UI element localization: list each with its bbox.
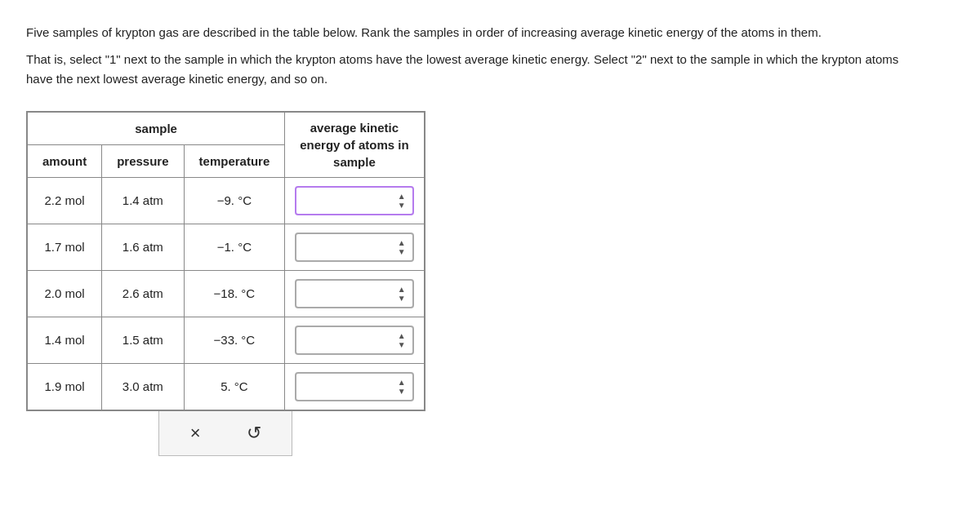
cell-temperature: 5. °C <box>184 363 285 410</box>
intro-paragraph-1: Five samples of krypton gas are describe… <box>26 23 924 42</box>
cell-amount: 1.7 mol <box>27 224 102 270</box>
intro-section: Five samples of krypton gas are describe… <box>26 23 924 88</box>
cell-ke[interactable]: ▲▼ <box>285 177 425 224</box>
cell-ke[interactable]: ▲▼ <box>285 224 425 270</box>
reset-button[interactable]: ↺ <box>240 419 268 447</box>
arrow-down-icon[interactable]: ▼ <box>398 387 406 396</box>
arrow-up-icon[interactable]: ▲ <box>398 331 406 340</box>
spinner-box[interactable]: ▲▼ <box>295 186 413 215</box>
spinner-box[interactable]: ▲▼ <box>295 326 413 355</box>
arrow-down-icon[interactable]: ▼ <box>398 201 406 210</box>
cell-pressure: 1.6 atm <box>102 224 184 270</box>
cell-pressure: 1.5 atm <box>102 317 184 363</box>
ke-header: average kineticenergy of atoms insample <box>285 112 425 178</box>
spinner-arrows[interactable]: ▲▼ <box>398 378 406 396</box>
table-row: 1.7 mol1.6 atm−1. °C▲▼ <box>27 224 425 270</box>
cell-ke[interactable]: ▲▼ <box>285 317 425 363</box>
arrow-up-icon[interactable]: ▲ <box>398 378 406 387</box>
cell-pressure: 3.0 atm <box>102 363 184 410</box>
header-top-row: sample average kineticenergy of atoms in… <box>27 112 425 145</box>
arrow-up-icon[interactable]: ▲ <box>398 285 406 294</box>
table-row: 1.9 mol3.0 atm5. °C▲▼ <box>27 363 425 410</box>
cell-amount: 2.2 mol <box>27 177 102 224</box>
cell-pressure: 1.4 atm <box>102 177 184 224</box>
cell-temperature: −33. °C <box>184 317 285 363</box>
ke-input[interactable] <box>303 241 352 254</box>
cell-temperature: −1. °C <box>184 224 285 270</box>
spinner-arrows[interactable]: ▲▼ <box>398 331 406 349</box>
ke-input[interactable] <box>303 287 352 300</box>
cell-temperature: −9. °C <box>184 177 285 224</box>
clear-button[interactable]: × <box>184 419 207 447</box>
cell-amount: 2.0 mol <box>27 270 102 317</box>
sample-header: sample <box>27 112 285 145</box>
samples-table: sample average kineticenergy of atoms in… <box>26 111 425 411</box>
amount-header: amount <box>27 144 102 177</box>
ke-input[interactable] <box>303 380 352 393</box>
temperature-header: temperature <box>184 144 285 177</box>
spinner-box[interactable]: ▲▼ <box>295 233 413 262</box>
spinner-arrows[interactable]: ▲▼ <box>398 192 406 210</box>
arrow-down-icon[interactable]: ▼ <box>398 340 406 349</box>
arrow-up-icon[interactable]: ▲ <box>398 238 406 247</box>
table-row: 2.2 mol1.4 atm−9. °C▲▼ <box>27 177 425 224</box>
spinner-arrows[interactable]: ▲▼ <box>398 285 406 303</box>
cell-ke[interactable]: ▲▼ <box>285 363 425 410</box>
cell-temperature: −18. °C <box>184 270 285 317</box>
cell-amount: 1.4 mol <box>27 317 102 363</box>
spinner-box[interactable]: ▲▼ <box>295 372 413 401</box>
arrow-up-icon[interactable]: ▲ <box>398 192 406 201</box>
cell-ke[interactable]: ▲▼ <box>285 270 425 317</box>
spinner-arrows[interactable]: ▲▼ <box>398 238 406 256</box>
pressure-header: pressure <box>102 144 184 177</box>
table-row: 1.4 mol1.5 atm−33. °C▲▼ <box>27 317 425 363</box>
cell-amount: 1.9 mol <box>27 363 102 410</box>
spinner-box[interactable]: ▲▼ <box>295 279 413 308</box>
cell-pressure: 2.6 atm <box>102 270 184 317</box>
table-row: 2.0 mol2.6 atm−18. °C▲▼ <box>27 270 425 317</box>
arrow-down-icon[interactable]: ▼ <box>398 247 406 256</box>
ke-input[interactable] <box>303 334 352 347</box>
intro-paragraph-2: That is, select "1" next to the sample i… <box>26 50 924 88</box>
arrow-down-icon[interactable]: ▼ <box>398 294 406 303</box>
table-wrapper: sample average kineticenergy of atoms in… <box>26 111 954 456</box>
ke-input[interactable] <box>303 194 352 207</box>
